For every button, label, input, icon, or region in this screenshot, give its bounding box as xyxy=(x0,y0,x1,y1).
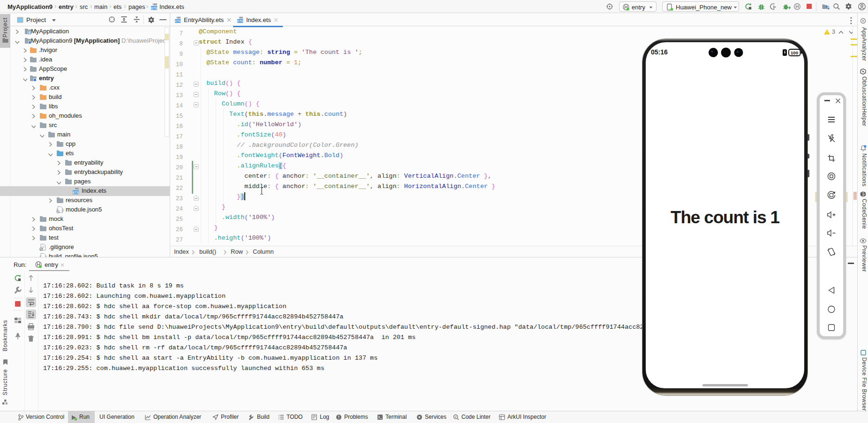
svg-text:100: 100 xyxy=(791,50,798,55)
